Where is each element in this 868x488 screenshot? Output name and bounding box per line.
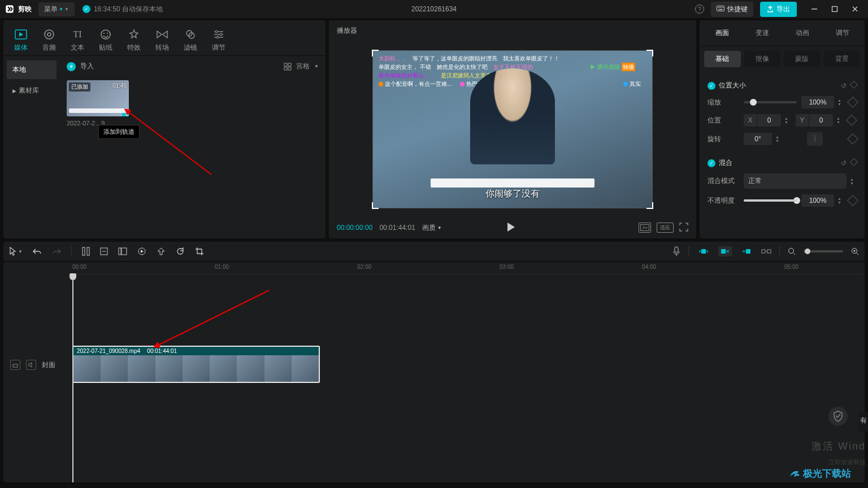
- crop-button[interactable]: [195, 247, 204, 256]
- insp-tab-anim[interactable]: 动画: [782, 25, 822, 41]
- timeline-ruler[interactable]: 00:00 01:00 02:00 03:00 04:00 05:00: [72, 262, 865, 274]
- subtab-basic[interactable]: 基础: [704, 51, 741, 67]
- blend-mode-select[interactable]: 正常: [744, 173, 847, 189]
- play-button[interactable]: [506, 222, 515, 234]
- keyframe-opacity[interactable]: [847, 195, 858, 206]
- help-icon[interactable]: ?: [695, 5, 704, 14]
- resize-handle-tr[interactable]: [646, 50, 653, 56]
- svg-rect-26: [288, 67, 291, 70]
- video-progress-bar: [431, 178, 594, 188]
- scale-spin[interactable]: ▲▼: [837, 98, 844, 106]
- svg-rect-2: [718, 7, 719, 8]
- minimize-button[interactable]: [810, 5, 818, 13]
- track-mute-button[interactable]: [26, 360, 36, 370]
- pointer-tool[interactable]: ▼: [9, 247, 23, 256]
- timeline[interactable]: 00:00 01:00 02:00 03:00 04:00 05:00 封面 2…: [3, 262, 865, 482]
- track-lock-button[interactable]: [10, 360, 20, 370]
- tab-text[interactable]: TI文本: [63, 25, 92, 55]
- maximize-button[interactable]: [831, 5, 839, 13]
- snap-next-button[interactable]: [740, 246, 753, 256]
- subtab-bg[interactable]: 背景: [824, 51, 861, 67]
- playhead[interactable]: [72, 274, 73, 482]
- keyframe-icon[interactable]: [850, 80, 858, 88]
- keyframe-pos[interactable]: [846, 115, 857, 126]
- check-icon[interactable]: ✓: [708, 82, 715, 90]
- snap-prev-button[interactable]: [718, 246, 732, 256]
- divider: [779, 246, 780, 256]
- crop-left-button[interactable]: [118, 247, 127, 255]
- record-button[interactable]: [672, 246, 680, 256]
- view-toggle[interactable]: 宫格 ▼: [284, 62, 319, 71]
- split-button[interactable]: [82, 247, 90, 256]
- keyframe-icon[interactable]: [850, 158, 858, 165]
- sidebar-local[interactable]: 本地: [7, 60, 57, 79]
- opacity-spin[interactable]: ▲▼: [837, 197, 844, 204]
- redo-button[interactable]: [52, 247, 61, 255]
- logo-icon: [5, 4, 15, 14]
- resize-handle-br[interactable]: [646, 202, 653, 209]
- export-button[interactable]: 导出: [760, 2, 797, 17]
- shield-icon[interactable]: [828, 407, 848, 426]
- tab-filter[interactable]: 滤镜: [176, 25, 205, 55]
- insp-tab-speed[interactable]: 变速: [742, 25, 782, 41]
- compare-button[interactable]: [639, 223, 651, 233]
- opacity-value[interactable]: 100%: [801, 194, 834, 207]
- import-label[interactable]: 导入: [80, 62, 94, 71]
- reset-icon[interactable]: ↺: [841, 159, 847, 167]
- reverse-button[interactable]: [157, 247, 166, 255]
- add-to-track-button[interactable]: +: [122, 110, 129, 116]
- tab-adjust[interactable]: 调节: [205, 25, 233, 55]
- subtab-mask[interactable]: 蒙版: [784, 51, 821, 67]
- keyframe-rotate[interactable]: [847, 133, 858, 145]
- tab-transition[interactable]: 转场: [148, 25, 176, 55]
- hotkey-button[interactable]: 快捷键: [711, 2, 753, 17]
- player-stage[interactable]: 大剧机，，等了等了，这单眼皮的眼睛好漂亮我太喜欢单眼皮了！！ 单眼皮的女主， 不…: [329, 41, 696, 217]
- tab-effect[interactable]: 特效: [120, 25, 148, 55]
- ratio-button[interactable]: 适应: [657, 223, 674, 233]
- rotate-spin[interactable]: ▲▼: [775, 135, 782, 143]
- zoom-slider[interactable]: [804, 250, 843, 252]
- tab-media[interactable]: 媒体: [7, 25, 35, 55]
- zoom-fit-button[interactable]: [851, 247, 859, 255]
- fullscreen-button[interactable]: [679, 223, 688, 233]
- resize-handle-tl[interactable]: [372, 50, 379, 56]
- zoom-preset-button[interactable]: [788, 247, 796, 255]
- insp-tab-picture[interactable]: 画面: [702, 25, 742, 41]
- pos-y-input[interactable]: Y0: [796, 114, 833, 127]
- reset-icon[interactable]: ↺: [841, 82, 847, 90]
- pos-x-input[interactable]: X0: [744, 114, 781, 127]
- quality-selector[interactable]: 画质▼: [422, 223, 442, 233]
- svg-point-11: [47, 33, 51, 36]
- side-indicator[interactable]: 有: [859, 412, 868, 432]
- cover-button[interactable]: 封面: [42, 360, 55, 370]
- timeline-clip[interactable]: 2022-07-21_090028.mp400:01:44:01: [72, 346, 320, 383]
- rotate-button[interactable]: [176, 247, 185, 256]
- rotate-value[interactable]: 0°: [744, 133, 772, 145]
- close-button[interactable]: [851, 5, 859, 13]
- sidebar-library[interactable]: ▶素材库: [7, 81, 57, 100]
- undo-button[interactable]: [33, 247, 42, 255]
- opacity-slider[interactable]: [744, 199, 797, 202]
- media-clip-thumb[interactable]: 已添加 01:45 + 2022-07-2…9: [67, 80, 129, 127]
- insp-tab-adjust[interactable]: 调节: [822, 25, 862, 41]
- svg-rect-8: [832, 7, 837, 12]
- video-frame[interactable]: 大剧机，，等了等了，这单眼皮的眼睛好漂亮我太喜欢单眼皮了！！ 单眼皮的女主， 不…: [373, 51, 652, 208]
- resize-handle-bl[interactable]: [372, 202, 379, 209]
- subtab-cutout[interactable]: 抠像: [744, 51, 781, 67]
- scale-slider[interactable]: [744, 101, 797, 103]
- pos-x-spin[interactable]: ▲▼: [784, 116, 791, 124]
- menu-button[interactable]: 菜单 ▼: [38, 2, 75, 16]
- check-icon[interactable]: ✓: [708, 159, 715, 167]
- freeze-button[interactable]: [137, 247, 146, 256]
- delete-button[interactable]: [100, 247, 108, 255]
- scale-value[interactable]: 100%: [801, 96, 834, 108]
- tab-sticker[interactable]: 贴纸: [92, 25, 120, 55]
- snap-main-button[interactable]: [697, 246, 710, 256]
- flip-button[interactable]: [807, 132, 823, 146]
- blend-spin[interactable]: ▲▼: [850, 177, 857, 185]
- tab-audio[interactable]: 音频: [35, 25, 63, 55]
- cut-mode-button[interactable]: [761, 247, 771, 255]
- pos-y-spin[interactable]: ▲▼: [836, 116, 843, 124]
- import-plus-button[interactable]: +: [67, 62, 76, 71]
- keyframe-scale[interactable]: [847, 97, 858, 108]
